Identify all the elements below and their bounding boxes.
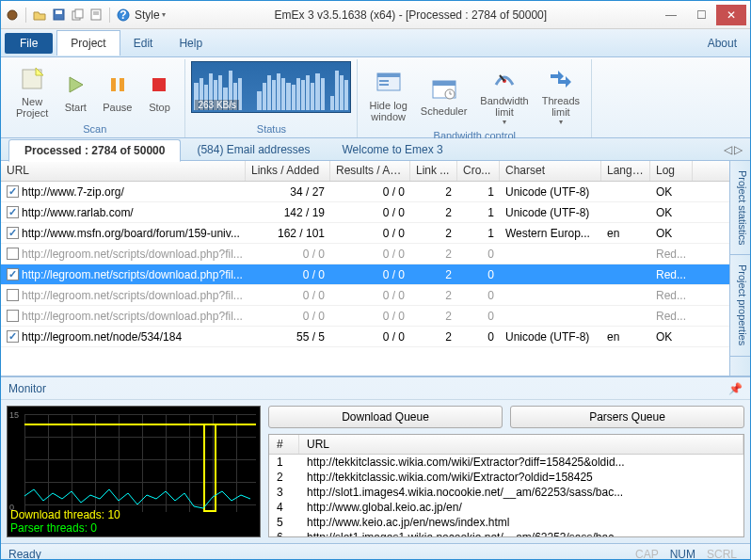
scheduler-button[interactable]: Scheduler — [415, 61, 473, 128]
tab-nav-right-icon[interactable]: ▷ — [734, 143, 743, 156]
start-button[interactable]: Start — [56, 61, 95, 121]
table-row[interactable]: http://legroom.net/scripts/download.php?… — [1, 244, 729, 264]
col-log[interactable]: Log — [650, 161, 693, 181]
help-icon[interactable]: ? — [116, 8, 131, 23]
url-cell: http://legroom.net/scripts/download.php?… — [22, 248, 243, 261]
save-icon[interactable] — [51, 8, 66, 23]
url-cell: http://www.7-zip.org/ — [22, 185, 124, 199]
pause-icon — [108, 70, 127, 100]
col-lang[interactable]: Lang ... — [601, 161, 650, 181]
table-row[interactable]: http://www.rarlab.com/142 / 190 / 021Uni… — [1, 202, 729, 223]
results-cell: 0 / 0 — [330, 266, 410, 283]
queue-row[interactable]: 2http://tekkitclassic.wikia.com/wiki/Ext… — [269, 470, 743, 485]
side-tab-properties[interactable]: Project properties — [730, 255, 750, 356]
queue-row[interactable]: 3http://slot1.images4.wikia.nocookie.net… — [269, 485, 743, 500]
col-url[interactable]: URL — [1, 161, 246, 181]
svg-marker-11 — [36, 68, 43, 75]
titlebar: ? Style EmEx 3 v3.5.1638 (x64) - [Proces… — [1, 1, 750, 29]
status-text: Ready — [8, 548, 41, 561]
open-icon[interactable] — [32, 8, 47, 23]
results-cell: 0 / 0 — [330, 225, 410, 242]
charset-cell: Unicode (UTF-8) — [500, 184, 601, 200]
queue-n: 2 — [269, 471, 299, 484]
scheduler-icon — [431, 73, 457, 104]
url-cell: http://legroom.net/scripts/download.php?… — [22, 289, 243, 302]
lang-cell: en — [601, 328, 650, 345]
table-row[interactable]: http://www.msfn.org/board/forum/159-univ… — [1, 223, 729, 244]
queue-row[interactable]: 5http://www.keio.ac.jp/en/news/index.htm… — [269, 515, 743, 530]
tab-nav-left-icon[interactable]: ◁ — [724, 143, 732, 156]
col-links[interactable]: Links / Added — [246, 161, 330, 181]
log-cell: Red... — [650, 246, 693, 263]
row-checkbox[interactable] — [7, 310, 19, 322]
new-project-icon — [19, 64, 45, 94]
style-dropdown[interactable]: Style — [135, 8, 166, 22]
monitor-title: Monitor — [8, 382, 46, 395]
maximize-button[interactable]: ☐ — [686, 5, 716, 25]
pause-button[interactable]: Pause — [97, 61, 137, 121]
download-queue-button[interactable]: Download Queue — [268, 406, 503, 428]
tab-welcome[interactable]: Welcome to Emex 3 — [327, 138, 459, 161]
parsers-queue-button[interactable]: Parsers Queue — [510, 406, 744, 428]
table-row[interactable]: http://legroom.net/scripts/download.php?… — [1, 285, 729, 306]
copy-icon[interactable] — [70, 8, 85, 23]
notes-icon[interactable] — [88, 8, 104, 23]
side-tab-statistics[interactable]: Project statistics — [730, 161, 750, 255]
row-checkbox[interactable] — [7, 248, 19, 260]
queue-url: http://tekkitclassic.wikia.com/wiki/Extr… — [299, 456, 743, 469]
bandwidth-button[interactable]: Bandwidth limit ▾ — [474, 61, 534, 128]
col-results[interactable]: Results / Ad... — [330, 161, 410, 181]
col-cro[interactable]: Cro... — [457, 161, 500, 181]
cro-cell: 0 — [457, 246, 500, 263]
close-button[interactable]: ✕ — [716, 5, 746, 25]
tab-processed[interactable]: Processed : 2784 of 50000 — [8, 139, 181, 162]
charset-cell: Western Europ... — [500, 225, 601, 242]
queue-row[interactable]: 4http://www.global.keio.ac.jp/en/ — [269, 500, 743, 515]
stop-button[interactable]: Stop — [139, 61, 179, 121]
minimize-button[interactable]: — — [656, 5, 686, 25]
threads-button[interactable]: Threads limit ▾ — [536, 61, 585, 128]
queue-n: 6 — [269, 531, 299, 537]
charset-cell — [500, 314, 601, 318]
tab-emails[interactable]: (584) Email addresses — [181, 138, 326, 161]
cro-cell: 0 — [457, 266, 500, 283]
bandwidth-icon — [492, 63, 517, 93]
row-checkbox[interactable] — [7, 227, 19, 239]
link-cell: 2 — [410, 225, 457, 242]
row-checkbox[interactable] — [7, 268, 19, 280]
status-group-label: Status — [257, 121, 286, 136]
new-project-button[interactable]: New Project — [10, 61, 54, 121]
cro-cell: 0 — [457, 328, 500, 345]
menu-about[interactable]: About — [695, 31, 750, 56]
col-link[interactable]: Link ... — [410, 161, 457, 181]
app-icon[interactable] — [5, 8, 20, 23]
results-cell: 0 / 0 — [330, 204, 410, 221]
table-row[interactable]: http://legroom.net/scripts/download.php?… — [1, 306, 729, 327]
row-checkbox[interactable] — [7, 330, 19, 343]
col-charset[interactable]: Charset — [500, 161, 601, 181]
menu-project[interactable]: Project — [56, 30, 120, 56]
lang-cell: en — [601, 225, 650, 242]
link-cell: 2 — [410, 184, 457, 200]
row-checkbox[interactable] — [7, 185, 19, 198]
queue-row[interactable]: 1http://tekkitclassic.wikia.com/wiki/Ext… — [269, 455, 743, 470]
row-checkbox[interactable] — [7, 206, 19, 218]
table-row[interactable]: http://legroom.net/node/534/18455 / 50 /… — [1, 327, 729, 347]
menu-file[interactable]: File — [5, 33, 53, 54]
queue-col-n[interactable]: # — [269, 435, 299, 454]
lang-cell — [601, 273, 650, 277]
pin-icon[interactable]: 📌 — [728, 382, 743, 395]
menu-help[interactable]: Help — [166, 31, 216, 56]
table-row[interactable]: http://www.7-zip.org/34 / 270 / 021Unico… — [1, 182, 729, 202]
cro-cell: 1 — [457, 204, 500, 221]
play-icon — [64, 70, 87, 100]
queue-col-url[interactable]: URL — [299, 435, 743, 454]
link-cell: 2 — [410, 266, 457, 283]
menu-edit[interactable]: Edit — [120, 31, 167, 56]
hide-log-button[interactable]: Hide log window — [363, 61, 412, 128]
queue-row[interactable]: 6http://slot1.images1.wikia.nocookie.net… — [269, 530, 743, 537]
table-row[interactable]: http://legroom.net/scripts/download.php?… — [1, 264, 729, 285]
status-chart: 263 KB/s — [191, 61, 351, 113]
row-checkbox[interactable] — [7, 289, 19, 301]
link-cell: 2 — [410, 287, 457, 304]
